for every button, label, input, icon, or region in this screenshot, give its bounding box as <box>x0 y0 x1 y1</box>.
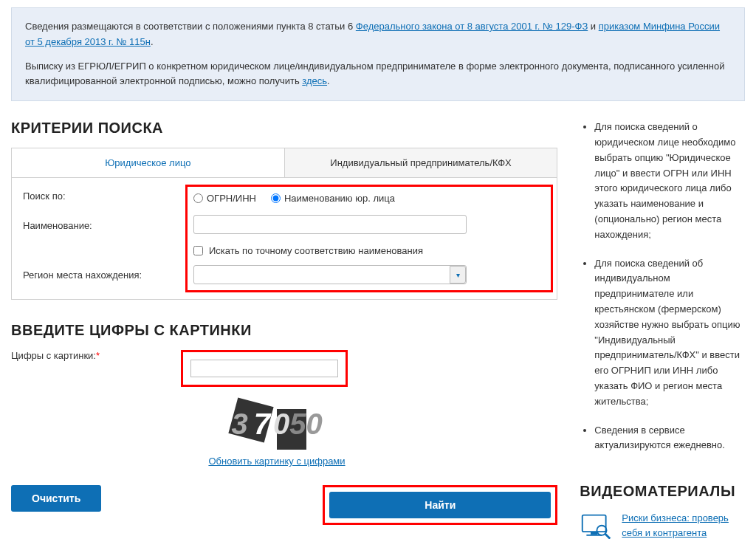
captcha-image: 3 7 0 5 0 <box>210 398 343 450</box>
svg-line-4 <box>605 534 611 539</box>
law-link-1[interactable]: Федерального закона от 8 августа 2001 г.… <box>356 21 588 32</box>
info-box: Сведения размещаются в соответствии с по… <box>11 7 745 101</box>
label-name: Наименование: <box>23 220 92 231</box>
help-item-3: Сведения в сервисе актуализируются ежедн… <box>594 423 745 454</box>
search-heading: КРИТЕРИИ ПОИСКА <box>11 120 557 137</box>
tab-individual-entrepreneur[interactable]: Индивидуальный предприниматель/КФХ <box>285 148 557 177</box>
radio-name-input[interactable] <box>271 193 281 203</box>
exact-match-checkbox[interactable] <box>193 246 203 255</box>
radio-name[interactable]: Наименованию юр. лица <box>271 193 395 204</box>
info-text: и <box>588 21 599 32</box>
captcha-input[interactable] <box>190 360 338 377</box>
region-select[interactable] <box>193 265 467 284</box>
find-button[interactable]: Найти <box>329 492 551 518</box>
tab-legal-entity[interactable]: Юридическое лицо <box>12 148 285 177</box>
extract-link[interactable]: здесь <box>302 75 327 86</box>
captcha-heading: ВВЕДИТЕ ЦИФРЫ С КАРТИНКИ <box>11 322 557 339</box>
clear-button[interactable]: Очистить <box>11 485 101 512</box>
radio-ogrn-inn[interactable]: ОГРН/ИНН <box>193 193 256 204</box>
captcha-label: Цифры с картинки:* <box>11 350 181 361</box>
search-form: ОГРН/ИНН Наименованию юр. лица <box>11 178 557 300</box>
radio-ogrn-label: ОГРН/ИНН <box>207 193 256 204</box>
info-text: Сведения размещаются в соответствии с по… <box>25 21 356 32</box>
help-list: Для поиска сведений о юридическом лице н… <box>580 120 745 453</box>
video-link-1[interactable]: Риски бизнеса: проверь себя и контрагент… <box>622 511 745 539</box>
monitor-search-icon <box>580 511 613 539</box>
svg-point-3 <box>597 526 607 535</box>
info-paragraph-1: Сведения размещаются в соответствии с по… <box>25 19 731 50</box>
highlight-find-button: Найти <box>323 485 557 525</box>
name-input[interactable] <box>193 215 467 234</box>
help-item-2: Для поиска сведений об индивидуальном пр… <box>594 256 745 410</box>
search-by-radio-group: ОГРН/ИНН Наименованию юр. лица <box>193 193 545 204</box>
svg-rect-0 <box>583 515 606 532</box>
entity-tabs: Юридическое лицо Индивидуальный предприн… <box>11 148 557 178</box>
label-region: Регион места нахождения: <box>23 270 142 281</box>
radio-name-label: Наименованию юр. лица <box>284 193 395 204</box>
video-heading: ВИДЕОМАТЕРИАЛЫ <box>580 483 745 500</box>
info-text: . <box>327 75 330 86</box>
info-text: Выписку из ЕГРЮЛ/ЕГРИП о конкретном юрид… <box>25 61 725 87</box>
chevron-down-icon[interactable]: ▾ <box>450 266 466 284</box>
help-item-1: Для поиска сведений о юридическом лице н… <box>594 120 745 242</box>
exact-match-label: Искать по точному соответствию наименова… <box>209 245 423 256</box>
refresh-captcha-link[interactable]: Обновить картинку с цифрами <box>208 456 345 467</box>
info-paragraph-2: Выписку из ЕГРЮЛ/ЕГРИП о конкретном юрид… <box>25 59 731 90</box>
label-searchby: Поиск по: <box>23 190 66 202</box>
radio-ogrn-input[interactable] <box>193 193 203 203</box>
required-mark: * <box>96 350 100 361</box>
info-text: . <box>151 36 154 47</box>
highlight-search-fields: ОГРН/ИНН Наименованию юр. лица <box>185 185 553 292</box>
highlight-captcha-input <box>181 350 348 387</box>
